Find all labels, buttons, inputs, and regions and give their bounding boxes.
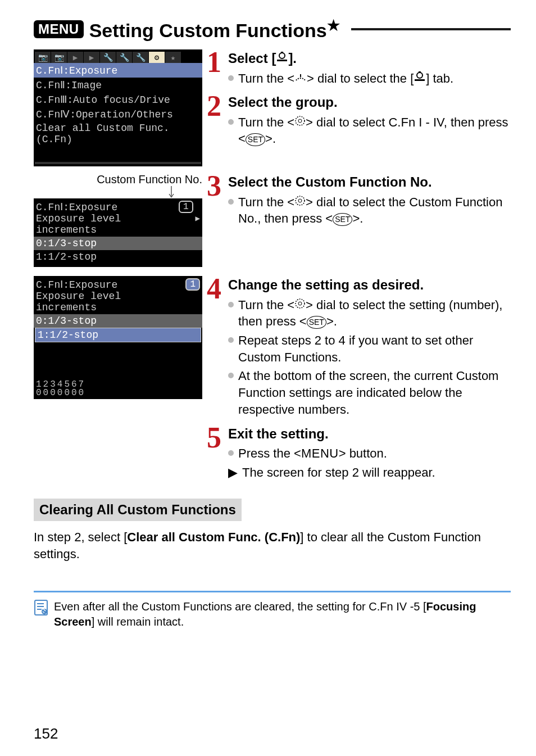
menu-button-text: MENU	[301, 446, 339, 460]
quick-dial-icon	[294, 298, 306, 313]
t: Turn the <	[238, 195, 294, 209]
t: >.	[265, 132, 276, 146]
t: Repeat steps 2 to 4 if you want to set o…	[238, 332, 511, 365]
bullet-icon	[228, 450, 234, 456]
lcd-line: C.FnⅡ:Image	[34, 78, 202, 92]
t: At the bottom of the screen, the current…	[238, 368, 511, 418]
t: > dial to select the [	[307, 71, 414, 85]
lcd2-option: 1:1/2-stop	[34, 250, 202, 264]
svg-point-9	[296, 196, 305, 205]
lcd2-num-box: 1	[185, 278, 200, 291]
main-dial-icon	[294, 71, 307, 87]
page-number: 152	[34, 725, 58, 743]
step5-bullet-2: ▶ The screen for step 2 will reappear.	[228, 464, 435, 481]
title-divider	[351, 28, 511, 30]
svg-point-7	[298, 119, 302, 123]
set-button-icon: SET	[307, 316, 326, 329]
svg-point-4	[417, 73, 423, 78]
lcd2-option: 0:1/3-stop	[34, 237, 202, 250]
svg-rect-2	[281, 52, 283, 53]
bullet-icon	[228, 337, 234, 343]
t: Turn the <	[238, 115, 294, 129]
lcd-scrollbar	[35, 162, 201, 164]
t: > button.	[339, 446, 387, 460]
t: >.	[326, 314, 337, 328]
lcd2-h1: C.FnⅠ:Exposure	[36, 278, 184, 291]
lcd-line: C.FnⅣ:Operation/Others	[34, 107, 202, 121]
clearing-text: In step 2, select [Clear all Custom Func…	[34, 529, 511, 562]
t: The screen for step 2 will reappear.	[242, 464, 435, 481]
svg-point-1	[279, 53, 285, 58]
svg-rect-5	[419, 71, 421, 73]
svg-point-6	[296, 116, 305, 125]
custom-fn-icon	[414, 71, 426, 87]
lcd2-counter: 1234567 0000000	[34, 370, 202, 399]
t: >.	[352, 211, 363, 225]
lcd2-h2: Exposure level increments	[36, 291, 184, 313]
t: In step 2, select [	[34, 530, 127, 544]
lcd-screenshot-1: 📷 📷 ▶ ▶ 🔧 🔧 🔧 ⚙ ★ C.FnⅠ:Exposure C.FnⅡ:I…	[34, 49, 202, 166]
lcd-line: C.FnⅢ:Auto focus/Drive	[34, 92, 202, 107]
lcd-tab: ▶	[84, 52, 99, 63]
bullet-icon	[228, 373, 234, 378]
cfn-arrow	[34, 187, 202, 198]
lcd-line	[34, 146, 202, 160]
step4-bullet-2: Repeat steps 2 to 4 if you want to set o…	[228, 332, 511, 365]
cfn-label: Custom Function No.	[34, 173, 202, 186]
step5-bullet-1: Press the <MENU> button.	[228, 445, 435, 462]
step2-title: Select the group.	[228, 93, 511, 111]
step3-bullet: Turn the <> dial to select the Custom Fu…	[228, 194, 511, 227]
step2-bullet: Turn the <> dial to select C.Fn I - IV, …	[228, 114, 511, 147]
step4-bullet-1: Turn the <> dial to select the setting (…	[228, 297, 511, 330]
t: ].	[288, 51, 297, 66]
lcd-line-selected: C.FnⅠ:Exposure	[34, 63, 202, 78]
svg-rect-0	[277, 60, 287, 61]
t: Even after all the Custom Functions are …	[54, 600, 426, 613]
counter-bot: 0000000	[36, 389, 200, 397]
t: Turn the <	[238, 298, 294, 312]
quick-dial-icon	[294, 195, 306, 210]
set-button-icon: SET	[246, 133, 265, 146]
lcd-tab: 📷	[35, 52, 51, 63]
lcd-screenshot-2: C.FnⅠ:Exposure Exposure level increments…	[34, 198, 202, 267]
set-button-icon: SET	[333, 213, 352, 226]
bold: Clear all Custom Func. (C.Fn)	[127, 530, 300, 544]
svg-point-11	[296, 299, 305, 308]
title-text: Setting Custom Functions	[89, 20, 327, 41]
step-number-5: 5	[207, 425, 224, 451]
step3-title: Select the Custom Function No.	[228, 173, 511, 191]
lcd2-h1: C.FnⅠ:Exposure	[36, 201, 178, 213]
lcd2-option-selected: 1:1/2-stop	[35, 328, 201, 342]
svg-point-10	[298, 199, 302, 202]
lcd-tab: ★	[165, 52, 181, 63]
lcd-tab: ▶	[67, 52, 83, 63]
clearing-header: Clearing All Custom Functions	[34, 499, 242, 521]
bullet-icon	[228, 75, 234, 81]
step-number-3: 3	[207, 173, 224, 200]
quick-dial-icon	[294, 115, 306, 130]
lcd-line: Clear all Custom Func. (C.Fn)	[34, 121, 202, 146]
star-icon: ★	[327, 17, 340, 34]
result-arrow-icon: ▶	[228, 464, 238, 481]
t: ] tab.	[426, 71, 453, 85]
bullet-icon	[228, 199, 234, 205]
step5-title: Exit the setting.	[228, 425, 435, 443]
page-title: Setting Custom Functions★	[89, 17, 340, 42]
bullet-icon	[228, 302, 234, 307]
step1-title: Select [].	[228, 49, 511, 67]
step-number-2: 2	[207, 93, 224, 120]
lcd-tab-selected: ⚙	[149, 52, 165, 63]
lcd2-option: 0:1/3-stop	[34, 314, 202, 328]
step-number-1: 1	[207, 49, 224, 76]
lcd-tab: 🔧	[133, 52, 148, 63]
step4-title: Change the setting as desired.	[228, 276, 511, 294]
menu-badge: MENU	[34, 20, 84, 38]
svg-rect-3	[415, 79, 425, 81]
step1-bullet: Turn the <> dial to select the [] tab.	[228, 70, 511, 87]
lcd-tab: 📷	[51, 52, 67, 63]
note-text: Even after all the Custom Functions are …	[54, 599, 511, 630]
step4-bullet-3: At the bottom of the screen, the current…	[228, 368, 511, 418]
note-box: Even after all the Custom Functions are …	[34, 591, 511, 630]
svg-point-12	[298, 302, 302, 305]
lcd2-h2: Exposure level increments	[36, 213, 178, 236]
